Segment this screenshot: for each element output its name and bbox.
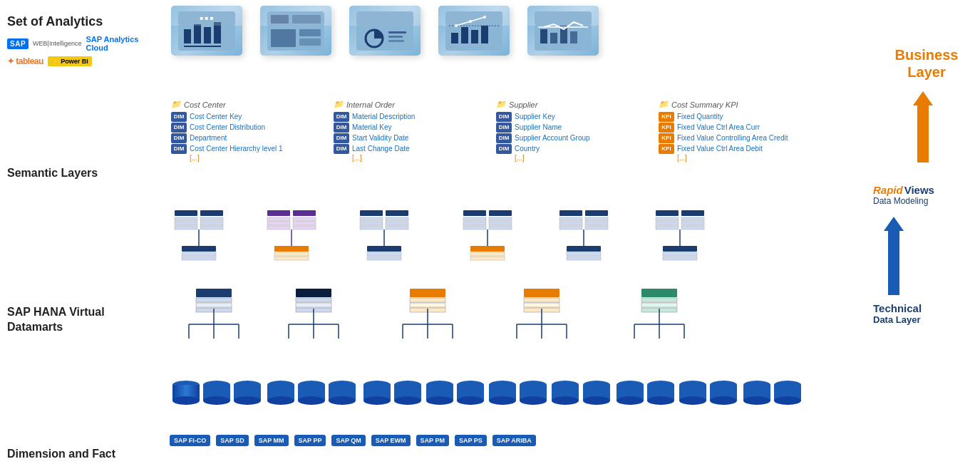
svg-rect-2 [184,29,191,43]
sap-logos-row: SAP WEB|Intelligence SAP Analytics Cloud [7,35,150,52]
svg-rect-114 [296,289,331,297]
svg-rect-24 [461,27,468,43]
svg-rect-62 [360,210,383,216]
svg-rect-112 [196,303,232,307]
dashboard-icon-4 [438,6,510,56]
folder-icon-3: 📁 [496,100,506,109]
svg-rect-59 [274,246,309,252]
svg-rect-48 [182,252,216,256]
semantic-card-kpi: 📁 Cost Summary KPI KPI Fixed Quantity KP… [659,100,808,162]
main-container: Set of Analytics SAP WEB|Intelligence SA… [0,0,980,464]
svg-rect-50 [267,210,290,216]
svg-point-201 [617,396,644,405]
svg-rect-65 [360,226,383,230]
module-ariba: SAP ARIBA [492,435,536,446]
svg-point-210 [710,396,737,405]
svg-rect-89 [559,226,582,230]
orange-arrow-container [913,91,933,163]
web-intel-label: WEB|Intelligence [33,40,81,48]
svg-text:■ ■ ■: ■ ■ ■ [200,15,214,21]
more-fields-4: [...] [677,154,808,162]
blue-arrow-head [884,217,904,231]
svg-rect-67 [386,217,408,221]
svg-rect-19 [388,36,403,38]
svg-point-29 [469,20,472,23]
svg-rect-98 [656,210,679,216]
svg-rect-102 [681,210,704,216]
module-pm: SAP PM [416,435,449,446]
field-supplier-key: DIM Supplier Key [496,111,646,122]
dashboard-svg-3 [356,11,413,51]
field-department: DIM Department [171,133,321,143]
field-fixed-qty: KPI Fixed Quantity [659,111,808,122]
svg-rect-119 [410,298,445,302]
field-cost-center-key: DIM Cost Center Key [171,111,321,122]
svg-point-174 [329,396,356,405]
field-last-change: DIM Last Change Date [334,143,483,154]
svg-rect-13 [299,29,321,36]
svg-rect-115 [296,298,331,302]
field-material-key: DIM Material Key [334,122,483,133]
dashboard-icon-5 [527,6,599,56]
more-fields-2: [...] [352,154,483,162]
rapidviews-label: RapidViews [873,184,934,196]
svg-rect-78 [489,210,512,216]
svg-rect-18 [388,31,406,33]
svg-rect-15 [356,11,413,51]
svg-rect-11 [292,15,321,24]
more-fields-1: [...] [190,154,321,162]
svg-rect-52 [267,222,290,225]
svg-rect-42 [200,210,223,216]
svg-rect-12 [271,29,296,47]
svg-point-168 [267,396,294,405]
svg-rect-75 [463,217,486,221]
svg-rect-55 [293,217,316,221]
svg-rect-99 [656,217,679,221]
svg-rect-16 [356,11,413,26]
svg-rect-85 [470,257,505,260]
svg-point-180 [394,396,421,405]
sap-logo: SAP [7,38,29,49]
folder-kpi: 📁 Cost Summary KPI [659,100,808,109]
tools-logos-row: ✦ tableau ⚡ Power BI [7,56,150,66]
svg-point-198 [583,396,610,405]
svg-rect-68 [386,222,408,225]
svg-rect-123 [524,298,559,302]
svg-rect-111 [196,298,232,302]
svg-point-30 [483,16,486,19]
left-labels: Set of Analytics SAP WEB|Intelligence SA… [0,0,157,464]
svg-rect-103 [681,217,704,221]
semantic-layers-label: Semantic Layers [7,166,150,181]
module-mm: SAP MM [254,435,289,446]
technical-label: Technical [873,302,922,314]
svg-rect-107 [663,246,697,252]
svg-rect-77 [463,226,486,230]
powerbi-logo: ⚡ Power BI [48,56,92,66]
svg-rect-96 [567,252,601,256]
svg-point-216 [774,396,801,405]
svg-rect-53 [267,226,290,230]
svg-rect-14 [299,38,321,46]
set-analytics-label: Set of Analytics [7,14,150,29]
svg-rect-118 [410,289,445,297]
svg-point-28 [455,24,458,27]
folder-supplier: 📁 Supplier [496,100,646,109]
dashboard-icon-2 [260,6,331,56]
svg-rect-126 [641,289,677,297]
field-fixed-value-debit: KPI Fixed Value Ctrl Area Debit [659,143,808,154]
svg-rect-93 [585,226,608,230]
svg-point-189 [489,396,516,405]
svg-rect-63 [360,217,383,221]
svg-rect-91 [585,217,608,221]
svg-rect-33 [540,29,547,43]
field-supplier-account: DIM Supplier Account Group [496,133,646,143]
folder-cost-center: 📁 Cost Center [171,100,321,109]
svg-rect-34 [550,33,557,43]
svg-rect-40 [175,222,197,225]
orange-arrow-head [913,91,933,105]
field-cost-center-dist: DIM Cost Center Distribution [171,122,321,133]
svg-rect-109 [663,257,697,260]
svg-rect-49 [182,257,216,260]
folder-icon-1: 📁 [171,100,181,109]
svg-point-195 [552,396,579,405]
